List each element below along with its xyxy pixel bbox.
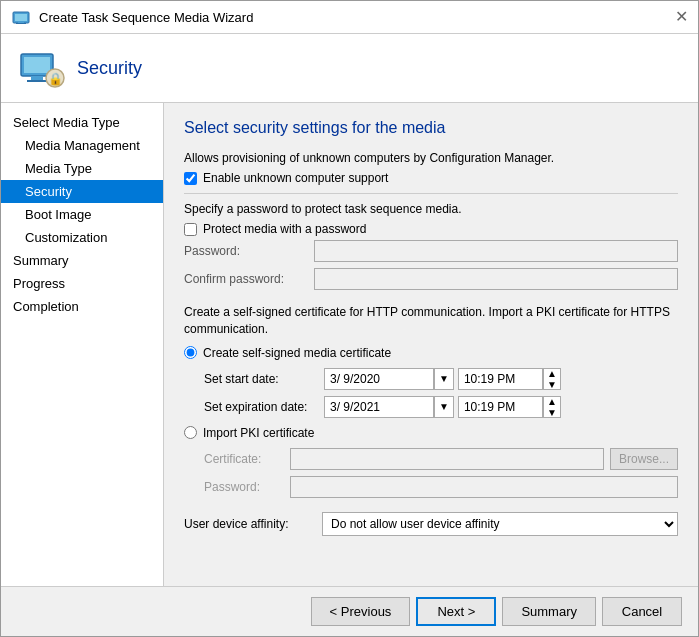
self-signed-label: Create self-signed media certificate (203, 346, 391, 360)
svg-rect-3 (16, 23, 26, 24)
svg-rect-2 (18, 21, 24, 23)
svg-rect-7 (27, 80, 47, 82)
expiration-date-label: Set expiration date: (204, 400, 324, 414)
content-area: Select Media Type Media Management Media… (1, 103, 698, 586)
divider-1 (184, 193, 678, 194)
section-title: Select security settings for the media (184, 119, 678, 137)
confirm-password-row: Confirm password: (184, 268, 678, 290)
expiration-date-picker-button[interactable]: ▼ (434, 396, 454, 418)
enable-unknown-computer-checkbox[interactable] (184, 172, 197, 185)
confirm-password-label: Confirm password: (184, 272, 314, 286)
sidebar-item-completion[interactable]: Completion (1, 295, 163, 318)
start-date-picker-button[interactable]: ▼ (434, 368, 454, 390)
footer: < Previous Next > Summary Cancel (1, 586, 698, 636)
password-info: Specify a password to protect task seque… (184, 202, 678, 216)
cancel-button[interactable]: Cancel (602, 597, 682, 626)
header-title: Security (77, 58, 142, 79)
title-bar: Create Task Sequence Media Wizard ✕ (1, 1, 698, 34)
sidebar-item-boot-image[interactable]: Boot Image (1, 203, 163, 226)
self-signed-radio[interactable] (184, 346, 197, 359)
pki-fields: Certificate: Browse... Password: (204, 448, 678, 498)
pki-radio[interactable] (184, 426, 197, 439)
cert-info-text: Create a self-signed certificate for HTT… (184, 304, 678, 338)
wizard-icon (11, 7, 31, 27)
start-time-spinner[interactable]: ▲▼ (543, 368, 561, 390)
header-icon: 🔒 (17, 44, 65, 92)
password-section: Specify a password to protect task seque… (184, 202, 678, 290)
wizard-header: 🔒 Security (1, 34, 698, 103)
previous-button[interactable]: < Previous (311, 597, 411, 626)
enable-unknown-computer-row: Enable unknown computer support (184, 171, 678, 185)
unknown-computer-info: Allows provisioning of unknown computers… (184, 151, 678, 165)
sidebar-item-summary[interactable]: Summary (1, 249, 163, 272)
expiration-time-input[interactable] (458, 396, 543, 418)
start-date-input[interactable] (324, 368, 434, 390)
pki-label: Import PKI certificate (203, 426, 314, 440)
sidebar-item-media-management[interactable]: Media Management (1, 134, 163, 157)
expiration-date-input[interactable] (324, 396, 434, 418)
certificate-section: Create a self-signed certificate for HTT… (184, 304, 678, 498)
sidebar-item-media-type[interactable]: Media Type (1, 157, 163, 180)
main-content: Select security settings for the media A… (164, 103, 698, 586)
sidebar-item-security[interactable]: Security (1, 180, 163, 203)
summary-button[interactable]: Summary (502, 597, 596, 626)
password-label: Password: (184, 244, 314, 258)
svg-rect-5 (24, 57, 50, 73)
wizard-window: Create Task Sequence Media Wizard ✕ 🔒 Se… (0, 0, 699, 637)
svg-text:🔒: 🔒 (48, 71, 63, 86)
pki-password-row: Password: (204, 476, 678, 498)
pki-password-input[interactable] (290, 476, 678, 498)
pki-radio-row: Import PKI certificate (184, 426, 678, 440)
browse-button[interactable]: Browse... (610, 448, 678, 470)
window-title: Create Task Sequence Media Wizard (39, 10, 253, 25)
pki-password-label: Password: (204, 480, 284, 494)
expiration-date-row: Set expiration date: ▼ ▲▼ (204, 396, 678, 418)
protect-media-row: Protect media with a password (184, 222, 678, 236)
next-button[interactable]: Next > (416, 597, 496, 626)
sidebar-item-select-media-type[interactable]: Select Media Type (1, 111, 163, 134)
expiration-time-spinner[interactable]: ▲▼ (543, 396, 561, 418)
svg-rect-1 (15, 14, 27, 21)
close-button[interactable]: ✕ (675, 9, 688, 25)
pki-cert-label: Certificate: (204, 452, 284, 466)
sidebar-item-progress[interactable]: Progress (1, 272, 163, 295)
password-row: Password: (184, 240, 678, 262)
start-time-input[interactable] (458, 368, 543, 390)
pki-cert-row: Certificate: Browse... (204, 448, 678, 470)
title-bar-left: Create Task Sequence Media Wizard (11, 7, 253, 27)
protect-media-label: Protect media with a password (203, 222, 366, 236)
affinity-label: User device affinity: (184, 517, 314, 531)
affinity-row: User device affinity: Do not allow user … (184, 512, 678, 536)
sidebar-item-customization[interactable]: Customization (1, 226, 163, 249)
password-input[interactable] (314, 240, 678, 262)
enable-unknown-computer-label: Enable unknown computer support (203, 171, 388, 185)
pki-cert-input[interactable] (290, 448, 604, 470)
sidebar: Select Media Type Media Management Media… (1, 103, 164, 586)
self-signed-radio-row: Create self-signed media certificate (184, 346, 678, 360)
svg-rect-6 (31, 76, 43, 80)
confirm-password-input[interactable] (314, 268, 678, 290)
protect-media-checkbox[interactable] (184, 223, 197, 236)
start-date-label: Set start date: (204, 372, 324, 386)
password-fields: Password: Confirm password: (184, 240, 678, 290)
affinity-select[interactable]: Do not allow user device affinity Allow … (322, 512, 678, 536)
start-date-row: Set start date: ▼ ▲▼ (204, 368, 678, 390)
